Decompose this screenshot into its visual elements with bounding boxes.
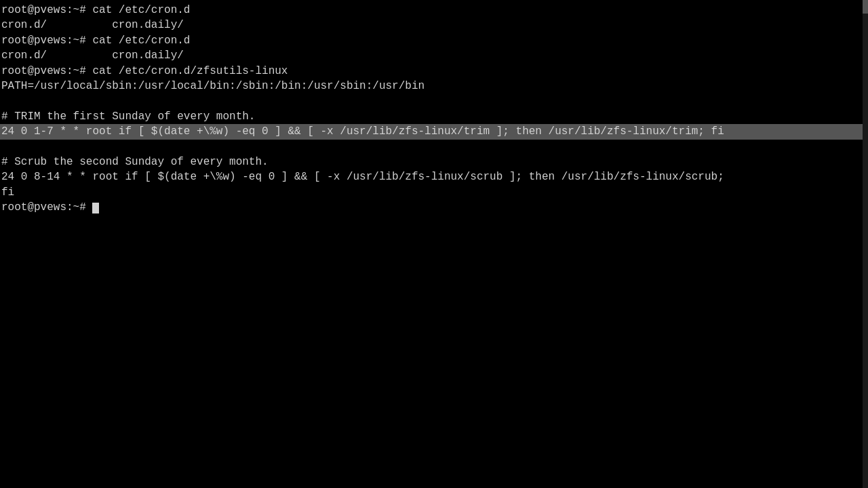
output-6: PATH=/usr/local/sbin:/usr/local/bin:/sbi…: [1, 80, 425, 92]
prompt-5: root@pvews:~# cat /etc/cron.d/zfsutils-l…: [1, 65, 288, 77]
line-2: cron.d/ cron.daily/: [0, 18, 868, 33]
line-1: root@pvews:~# cat /etc/cron.d: [0, 3, 868, 18]
prompt-1: root@pvews:~# cat /etc/cron.d: [1, 4, 190, 16]
scrollbar-thumb[interactable]: [863, 0, 868, 14]
output-2: cron.d/ cron.daily/: [1, 19, 184, 31]
terminal-output: root@pvews:~# cat /etc/cron.d cron.d/ cr…: [0, 3, 868, 215]
line-6: PATH=/usr/local/sbin:/usr/local/bin:/sbi…: [0, 79, 868, 94]
line-11: # Scrub the second Sunday of every month…: [0, 155, 868, 169]
output-4: cron.d/ cron.daily/: [1, 49, 184, 62]
prompt-3: root@pvews:~# cat /etc/cron.d: [1, 35, 190, 47]
terminal-window[interactable]: root@pvews:~# cat /etc/cron.d cron.d/ cr…: [0, 0, 868, 488]
comment-8: # TRIM the first Sunday of every month.: [1, 110, 255, 123]
line-9: 24 0 1-7 * * root if [ $(date +\%w) -eq …: [0, 124, 868, 139]
output-9: 24 0 1-7 * * root if [ $(date +\%w) -eq …: [1, 125, 724, 138]
comment-11: # Scrub the second Sunday of every month…: [1, 156, 269, 168]
line-3: root@pvews:~# cat /etc/cron.d: [0, 33, 868, 48]
line-5: root@pvews:~# cat /etc/cron.d/zfsutils-l…: [0, 64, 868, 79]
line-10: [0, 140, 868, 155]
line-14-prompt: root@pvews:~#: [0, 200, 868, 215]
cursor: [92, 203, 99, 214]
line-4: cron.d/ cron.daily/: [0, 48, 868, 63]
output-12: 24 0 8-14 * * root if [ $(date +\%w) -eq…: [1, 171, 724, 183]
line-7: [0, 94, 868, 108]
scrollbar[interactable]: [863, 0, 868, 488]
line-12: 24 0 8-14 * * root if [ $(date +\%w) -eq…: [0, 169, 868, 184]
line-13: fi: [0, 185, 868, 200]
output-13: fi: [1, 186, 14, 199]
active-prompt: root@pvews:~#: [1, 201, 92, 214]
line-8: # TRIM the first Sunday of every month.: [0, 109, 868, 124]
